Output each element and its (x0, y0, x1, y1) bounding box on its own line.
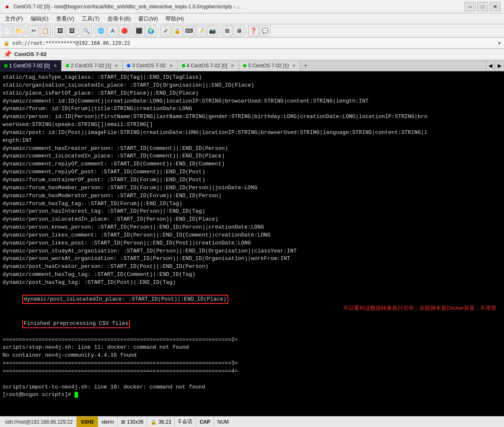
toolbar-grid[interactable]: ⊞ (222, 26, 233, 36)
menu-tools[interactable]: 工具(T) (78, 14, 103, 23)
terminal-line-13: dynamic/forum_containerOf_post: :START_I… (3, 176, 501, 184)
terminal-line-23: dynamic/person_workAt_organisation: :STA… (3, 255, 501, 263)
terminal-line-7: dynamic/post: id:ID(Post)|imageFile:STRI… (3, 129, 501, 137)
menu-tabs[interactable]: 选项卡(B) (104, 14, 134, 23)
tab-2-dot (66, 64, 69, 67)
terminal-line-empty (3, 376, 501, 383)
terminal-line-sep1: ========================================… (3, 336, 501, 344)
menu-bar: 文件(F) 编辑(E) 查看(V) 工具(T) 选项卡(B) 窗口(W) 帮助(… (0, 13, 504, 24)
window-controls: ─ □ ✕ (465, 2, 501, 11)
terminal[interactable]: static/tag_hasType_tagclass: :START_ID(T… (0, 72, 504, 416)
tab-5-close[interactable]: ✕ (292, 63, 296, 69)
terminal-line-5: dynamic/person: id:ID(Person)|firstName:… (3, 113, 501, 121)
toolbar-key[interactable]: ⌨ (184, 26, 194, 36)
close-button[interactable]: ✕ (490, 2, 501, 11)
toolbar-img2[interactable]: 🖼 (66, 26, 77, 36)
toolbar-sep-1 (26, 27, 26, 35)
annotation-text: 可以看到这数据转换执行完毕，后面脚本是Docker容器，不用管 (343, 304, 496, 312)
terminal-line-26: dynamic/post_hasTag_tag: :START_ID(Post)… (3, 279, 501, 287)
tab-next[interactable]: ▶ (495, 60, 504, 72)
new-tab-button[interactable]: + (300, 60, 311, 72)
status-num: NUM (214, 417, 232, 427)
main-content: ● CentOS 7-02 [0] - root@bogon:/usr/loca… (0, 0, 504, 416)
terminal-line-20: dynamic/person_likes_comment: :START_ID(… (3, 232, 501, 239)
toolbar-globe[interactable]: 🌍 (145, 26, 156, 36)
status-bar: ssh://root@192.168.86.129:22 SSH2 xterm … (0, 416, 504, 427)
terminal-line-sep3: ========================================… (3, 368, 501, 376)
lock-icon: 🔒 (3, 40, 10, 46)
breadcrumb-bar: 📌 CentOS 7-02 (0, 49, 504, 60)
tab-bar: 1 CentOS 7-02 [0] ✕ 2 CentOS 7-02 [1] ✕ … (0, 60, 504, 72)
toolbar-script[interactable]: 📝 (195, 26, 206, 36)
highlight-box-2: Finished preprocessing CSV files (22, 320, 130, 328)
toolbar-lock[interactable]: 🔒 (172, 26, 183, 36)
toolbar-color[interactable]: 🔴 (119, 26, 130, 36)
menu-edit[interactable]: 编辑(E) (27, 14, 52, 23)
size-value: 130x36 (127, 419, 143, 425)
tab-2[interactable]: 2 CentOS 7-02 [1] ✕ (62, 60, 123, 72)
toolbar-win[interactable]: 🖥 (233, 26, 244, 36)
terminal-line-4: dynamic/forum: id:ID(Forum)|title:STRING… (3, 105, 501, 113)
terminal-line-8: ength:INT (3, 137, 501, 145)
terminal-line-sep2: ========================================… (3, 360, 501, 368)
terminal-line-22: dynamic/person_studyAt_organisation: :ST… (3, 247, 501, 255)
terminal-line-err1: scripts/stop-neo4j.sh: line 11: docker: … (3, 344, 501, 352)
toolbar-sep-4 (93, 27, 94, 35)
lock-status-icon: 🔒 (150, 419, 157, 425)
terminal-line-9: dynamic/comment_hasCreator_person: :STAR… (3, 145, 501, 153)
terminal-line-err2: No container neo4j-community-4.4.18 foun… (3, 352, 501, 360)
toolbar-cut[interactable]: ✂ (28, 26, 39, 36)
toolbar-search[interactable]: 🔍 (81, 26, 92, 36)
tab-5-dot (243, 64, 246, 67)
toolbar-sep-6 (158, 27, 158, 35)
tab-3-dot (127, 64, 130, 67)
status-position: 🔒 36,23 (147, 417, 175, 427)
toolbar-expand[interactable]: ⤢ (160, 26, 171, 36)
toolbar: 📄 📁 ✂ 📋 🖼 🖼 🔍 🌐 A 🔴 ⬛ 🌍 ⤢ 🔒 ⌨ 📝 📷 ⊞ 🖥 ❓ … (0, 24, 504, 38)
tab-prev[interactable]: ◀ (486, 60, 495, 72)
menu-view[interactable]: 查看(V) (53, 14, 78, 23)
toolbar-sep-7 (220, 27, 220, 35)
toolbar-camera[interactable]: 📷 (207, 26, 218, 36)
toolbar-open[interactable]: 📁 (13, 26, 24, 36)
terminal-line-highlighted2: Finished preprocessing CSV files (3, 312, 501, 336)
tab-4-close[interactable]: ✕ (230, 63, 234, 69)
menu-file[interactable]: 文件(F) (2, 14, 26, 23)
tab-5[interactable]: 5 CentOS 7-02 [1] ✕ (239, 60, 300, 72)
highlight-box: dynamic/post_isLocatedIn_place: :START_I… (22, 295, 228, 304)
breadcrumb-label: CentOS 7-02 (14, 51, 47, 57)
toolbar-chat[interactable]: 💬 (260, 26, 271, 36)
tab-2-close[interactable]: ✕ (114, 63, 118, 69)
toolbar-new[interactable]: 📄 (2, 26, 13, 36)
toolbar-help[interactable]: ❓ (248, 26, 259, 36)
minimize-button[interactable]: ─ (465, 2, 476, 11)
terminal-line-prompt: [root@bogon scripts]# (3, 391, 501, 399)
tab-1-label: 1 CentOS 7-02 [0] (9, 63, 50, 69)
tab-3[interactable]: 3 CentOS 7-02 ✕ (123, 60, 177, 72)
maximize-button[interactable]: □ (477, 2, 488, 11)
tab-nav: ◀ ▶ (486, 60, 504, 72)
toolbar-refresh[interactable]: 🌐 (96, 26, 106, 36)
toolbar-font[interactable]: A (107, 26, 118, 36)
terminal-line-11: dynamic/comment_replyOf_comment: :START_… (3, 160, 501, 168)
tab-1[interactable]: 1 CentOS 7-02 [0] ✕ (0, 60, 62, 72)
tab-3-close[interactable]: ✕ (169, 63, 173, 69)
toolbar-stop[interactable]: ⬛ (134, 26, 145, 36)
menu-window[interactable]: 窗口(W) (135, 14, 161, 23)
pos-value: 36,23 (158, 419, 171, 425)
terminal-line-17: dynamic/person_hasInterest_tag: :START_I… (3, 208, 501, 216)
terminal-line-24: dynamic/post_hasCreator_person: :START_I… (3, 263, 501, 271)
menu-help[interactable]: 帮助(H) (162, 14, 187, 23)
toolbar-sep-3 (79, 27, 79, 35)
status-ssh-host: ssh://root@192.168.86.129:22 (2, 417, 77, 427)
toolbar-img1[interactable]: 🖼 (54, 26, 65, 36)
tab-2-label: 2 CentOS 7-02 [1] (71, 63, 111, 69)
address-dropdown[interactable]: ▾ (498, 40, 501, 46)
tab-1-close[interactable]: ✕ (53, 63, 57, 69)
terminal-line-3: dynamic/comment: id:ID(Comment)|creation… (3, 98, 501, 105)
tab-4[interactable]: 4 CentOS 7-02 [0] ✕ (178, 60, 239, 72)
terminal-line-14: dynamic/forum_hasMember_person: :START_I… (3, 184, 501, 192)
toolbar-copy[interactable]: 📋 (40, 26, 51, 36)
terminal-line-25: dynamic/comment_hasTag_tag: :START_ID(Co… (3, 271, 501, 279)
tab-4-label: 4 CentOS 7-02 [0] (187, 63, 227, 69)
